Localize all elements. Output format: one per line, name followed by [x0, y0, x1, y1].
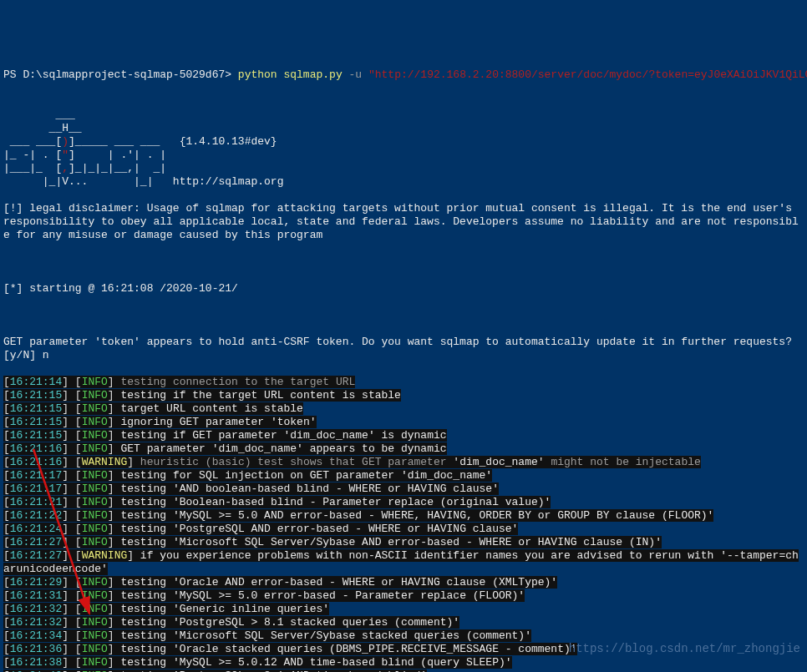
log-line: [16:21:17] [INFO] testing 'AND boolean-b… — [3, 483, 804, 496]
csrf-question: GET parameter 'token' appears to hold an… — [3, 336, 799, 361]
start-marker: [*] starting @ 16:21:08 /2020-10-21/ — [3, 282, 804, 296]
flag-u: -u — [349, 68, 363, 81]
log-line: [16:21:22] [INFO] testing 'MySQL >= 5.0 … — [3, 509, 804, 523]
log-line: [16:21:15] [INFO] testing if the target … — [3, 389, 804, 402]
log-line: [16:21:38] [INFO] testing 'MySQL >= 5.0.… — [3, 656, 804, 669]
prompt-path: PS D:\sqlmapproject-sqlmap-5029d67> — [3, 68, 231, 81]
log-line: [16:21:24] [INFO] testing 'PostgreSQL AN… — [3, 523, 804, 536]
log-line: [16:21:36] [INFO] testing 'Oracle stacke… — [3, 643, 804, 656]
log-line: [16:21:17] [INFO] testing for SQL inject… — [3, 469, 804, 483]
log-line: [16:21:34] [INFO] testing 'Microsoft SQL… — [3, 629, 804, 643]
log-line: [16:21:16] [INFO] GET parameter 'dim_doc… — [3, 442, 804, 456]
log-line: [16:21:14] [INFO] testing connection to … — [3, 376, 804, 389]
target-url: "http://192.168.2.20:8800/server/doc/myd… — [368, 68, 807, 81]
log-line: [16:21:15] [INFO] target URL content is … — [3, 402, 804, 416]
log-line: [16:21:16] [WARNING] heuristic (basic) t… — [3, 456, 804, 469]
log-line: [16:21:32] [INFO] testing 'Generic inlin… — [3, 603, 804, 616]
log-lines: [16:21:14] [INFO] testing connection to … — [3, 376, 804, 672]
log-line: [16:21:27] [WARNING] if you experience p… — [3, 549, 804, 576]
csrf-answer: n — [43, 349, 49, 361]
log-line: [16:21:31] [INFO] testing 'MySQL >= 5.0 … — [3, 589, 804, 603]
log-line: [16:21:29] [INFO] testing 'Oracle AND er… — [3, 576, 804, 589]
log-line: [16:21:32] [INFO] testing 'PostgreSQL > … — [3, 616, 804, 629]
banner-site: http://sqlmap.org — [173, 175, 284, 188]
legal-disclaimer: [!] legal disclaimer: Usage of sqlmap fo… — [3, 202, 804, 242]
log-line: [16:21:27] [INFO] testing 'Microsoft SQL… — [3, 536, 804, 549]
banner-version: {1.4.10.13#dev} — [180, 135, 277, 148]
log-line: [16:21:15] [INFO] ignoring GET parameter… — [3, 416, 804, 429]
csrf-prompt[interactable]: GET parameter 'token' appears to hold an… — [3, 336, 804, 362]
terminal-output: PS D:\sqlmapproject-sqlmap-5029d67> pyth… — [0, 53, 807, 672]
log-line: [16:21:15] [INFO] testing if GET paramet… — [3, 429, 804, 442]
log-line: [16:21:21] [INFO] testing 'Boolean-based… — [3, 496, 804, 509]
banner-ascii-art: ___ __H__ ___ ___[)]_____ ___ ___ {1.4.1… — [3, 95, 804, 189]
command-line[interactable]: PS D:\sqlmapproject-sqlmap-5029d67> pyth… — [3, 68, 804, 82]
command-text: python sqlmap.py — [238, 68, 343, 81]
